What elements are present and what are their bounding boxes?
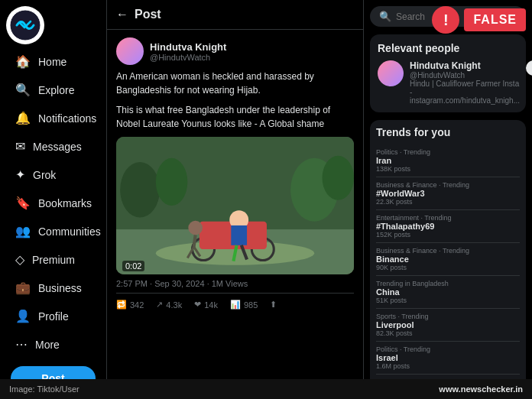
sidebar-item-home[interactable]: 🏠 Home — [5, 48, 102, 75]
trends-title: Trends for you — [376, 126, 520, 138]
right-panel: 🔍 Relevant people Hindutva Knight @Hindu… — [364, 0, 532, 399]
tweet-author-name: Hindutva Knight — [150, 41, 226, 53]
sidebar-item-business[interactable]: 💼 Business — [5, 274, 102, 301]
relevant-person-bio: Hindu | Cauliflower Farmer Insta - insta… — [410, 79, 520, 105]
sidebar-item-explore[interactable]: 🔍 Explore — [5, 76, 102, 103]
relevant-person-handle: @HindutvWatch — [410, 71, 520, 79]
home-icon: 🏠 — [15, 54, 31, 69]
trend-item-iran[interactable]: Politics · Trending Iran 138K posts — [376, 144, 520, 177]
sidebar-label-notifications: Notifications — [38, 112, 96, 125]
back-button[interactable]: ← — [116, 8, 128, 21]
trend-thalapathy-category: Entertainment · Trending — [376, 214, 520, 222]
business-icon: 💼 — [15, 281, 31, 295]
sidebar-label-grok: Grok — [33, 169, 56, 181]
relevant-people-box: Relevant people Hindutva Knight @Hindutv… — [370, 34, 526, 112]
trend-item-worldwar3[interactable]: Business & Finance · Trending #WorldWar3… — [376, 177, 520, 210]
like-count: 14k — [204, 300, 218, 310]
stat-retweet: 🔁 342 — [116, 300, 144, 310]
tweet-area: Hindutva Knight @HindutvWatch An America… — [107, 30, 363, 317]
tweet-text-1: An American woman is heckled and harasse… — [116, 70, 354, 97]
trend-binance-category: Business & Finance · Trending — [376, 247, 520, 255]
trend-iran-count: 138K posts — [376, 165, 520, 173]
relevant-person-avatar — [378, 60, 404, 86]
tweet-stats: 🔁 342 ↗ 4.3k ❤ 14k 📊 985 ⬆ — [116, 293, 354, 310]
trend-china-category: Trending in Bangladesh — [376, 280, 520, 287]
explore-icon: 🔍 — [15, 83, 31, 97]
stat-share: ⬆ — [270, 300, 277, 310]
svg-rect-14 — [231, 225, 247, 245]
views-count: 985 — [244, 300, 258, 310]
tweet-author-avatar — [116, 37, 144, 65]
trends-box: Trends for you Politics · Trending Iran … — [370, 120, 526, 399]
tweet-text-2: This is what free Bangladesh under the l… — [116, 103, 354, 131]
post-header: ← Post — [107, 0, 363, 30]
trend-liverpool-category: Sports · Trending — [376, 313, 520, 320]
trend-ww3-count: 22.3K posts — [376, 198, 520, 206]
communities-icon: 👥 — [15, 224, 31, 238]
sidebar-label-bookmarks: Bookmarks — [38, 197, 92, 209]
exclamation-icon: ! — [432, 6, 459, 34]
sidebar-label-business: Business — [38, 282, 82, 294]
tweet-media[interactable]: 0:02 — [116, 137, 354, 274]
sidebar-item-bookmarks[interactable]: 🔖 Bookmarks — [5, 190, 102, 216]
relevant-person-info: Hindutva Knight @HindutvWatch Hindu | Ca… — [410, 60, 520, 105]
trend-item-thalapathy[interactable]: Entertainment · Trending #Thalapathy69 1… — [376, 210, 520, 243]
trend-ww3-name: #WorldWar3 — [376, 189, 520, 198]
trend-liverpool-count: 82.3K posts — [376, 329, 520, 337]
trend-liverpool-name: Liverpool — [376, 320, 520, 329]
trend-item-binance[interactable]: Business & Finance · Trending Binance 90… — [376, 243, 520, 276]
trend-item-liverpool[interactable]: Sports · Trending Liverpool 82.3K posts — [376, 309, 520, 342]
sidebar-item-more[interactable]: ⋯ More — [5, 331, 102, 358]
relevant-person: Hindutva Knight @HindutvWatch Hindu | Ca… — [378, 60, 518, 105]
stat-views: 📊 985 — [230, 300, 258, 310]
notifications-icon: 🔔 — [15, 111, 31, 125]
profile-icon: 👤 — [15, 309, 31, 323]
quote-icon: ↗ — [156, 300, 163, 310]
tweet-author-row: Hindutva Knight @HindutvWatch — [116, 37, 354, 65]
sidebar-item-profile[interactable]: 👤 Profile — [5, 303, 102, 329]
trend-israel-count: 1.6M posts — [376, 362, 520, 370]
trend-ww3-category: Business & Finance · Trending — [376, 181, 520, 189]
retweet-count: 342 — [130, 300, 144, 310]
tweet-video: 0:02 — [116, 137, 354, 274]
false-badge: ! FALSE — [432, 6, 526, 34]
svg-point-4 — [120, 162, 160, 218]
video-duration: 0:02 — [122, 261, 144, 271]
sidebar-item-messages[interactable]: ✉ Messages — [5, 133, 102, 160]
svg-point-17 — [188, 221, 203, 235]
sidebar-item-grok[interactable]: ✦ Grok — [5, 161, 102, 188]
grok-icon: ✦ — [15, 167, 25, 182]
sidebar-item-notifications[interactable]: 🔔 Notifications — [5, 105, 102, 131]
svg-point-7 — [323, 156, 354, 200]
sidebar-item-communities[interactable]: 👥 Communities — [5, 218, 102, 245]
sidebar-label-home: Home — [38, 56, 66, 68]
sidebar-item-premium[interactable]: ◇ Premium — [5, 246, 102, 273]
sidebar-label-profile: Profile — [38, 310, 69, 323]
share-icon: ⬆ — [270, 300, 277, 310]
stat-quote: ↗ 4.3k — [156, 300, 182, 310]
sidebar-label-more: More — [35, 339, 60, 351]
false-label: FALSE — [464, 8, 526, 31]
sidebar: 𝕏 🏠 Home 🔍 Explore 🔔 Notifications ✉ Mes… — [0, 0, 107, 399]
svg-point-5 — [156, 158, 187, 206]
trend-israel-name: Israel — [376, 353, 520, 362]
website-url: www.newschecker.in — [439, 384, 523, 394]
follow-button[interactable]: Follow — [526, 60, 532, 76]
trend-binance-name: Binance — [376, 255, 520, 264]
tweet-author-info: Hindutva Knight @HindutvWatch — [150, 41, 226, 62]
trend-israel-category: Politics · Trending — [376, 345, 520, 353]
views-icon: 📊 — [230, 300, 241, 310]
trend-item-china[interactable]: Trending in Bangladesh China 51K posts — [376, 276, 520, 309]
trend-thalapathy-name: #Thalapathy69 — [376, 222, 520, 231]
more-icon: ⋯ — [15, 337, 28, 352]
tweet-author-handle: @HindutvWatch — [150, 53, 226, 62]
trend-item-israel[interactable]: Politics · Trending Israel 1.6M posts — [376, 342, 520, 375]
like-icon: ❤ — [194, 300, 201, 310]
relevant-person-name: Hindutva Knight — [410, 60, 520, 71]
svg-line-18 — [194, 235, 196, 247]
tweet-meta: 2:57 PM · Sep 30, 2024 · 1M Views — [116, 279, 354, 288]
trend-china-count: 51K posts — [376, 297, 520, 304]
stat-like: ❤ 14k — [194, 300, 218, 310]
relevant-people-title: Relevant people — [378, 42, 518, 54]
quote-count: 4.3k — [166, 300, 182, 310]
